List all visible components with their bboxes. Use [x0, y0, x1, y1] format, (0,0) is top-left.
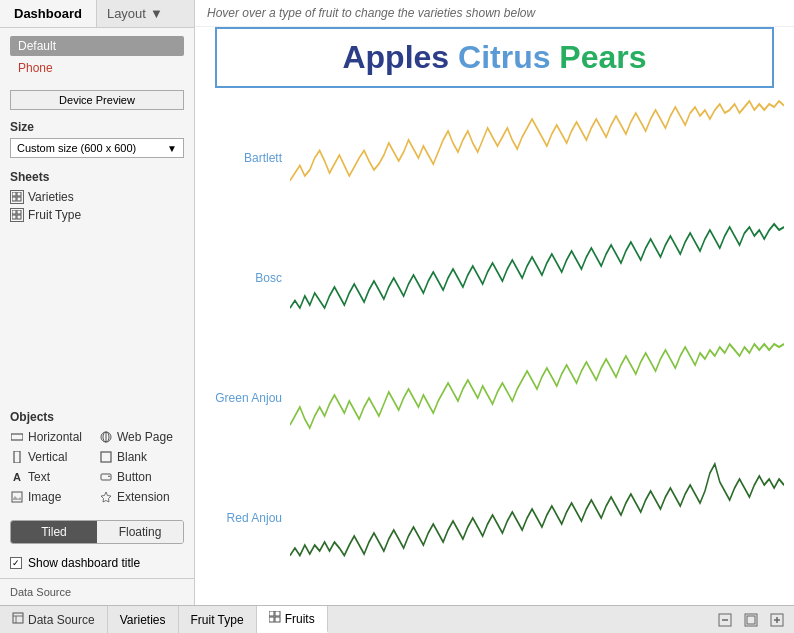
button-icon — [99, 470, 113, 484]
chart-rows: Bartlett Bosc Green Anjou — [195, 98, 794, 578]
sheet-item-varieties[interactable]: Varieties — [10, 188, 184, 206]
text-label: Text — [28, 470, 50, 484]
fruit-type-label: Fruit Type — [28, 208, 81, 222]
blank-label: Blank — [117, 450, 147, 464]
sidebar-tab-bar: Dashboard Layout ▼ — [0, 0, 194, 28]
bottom-tab-varieties[interactable]: Varieties — [108, 606, 179, 633]
object-horizontal[interactable]: Horizontal — [10, 428, 95, 446]
bottom-actions — [708, 609, 794, 631]
extension-icon — [99, 490, 113, 504]
svg-rect-6 — [12, 215, 16, 219]
object-webpage[interactable]: Web Page — [99, 428, 184, 446]
zoom-out-button[interactable] — [714, 609, 736, 631]
show-title-row[interactable]: ✓ Show dashboard title — [0, 552, 194, 574]
svg-rect-3 — [17, 197, 21, 201]
vertical-label: Vertical — [28, 450, 67, 464]
object-blank[interactable]: Blank — [99, 448, 184, 466]
datasource-icon — [12, 612, 24, 627]
device-preview-button[interactable]: Device Preview — [10, 90, 184, 110]
tiled-floating-toggle: Tiled Floating — [10, 520, 184, 544]
varieties-tab-label: Varieties — [120, 613, 166, 627]
extension-label: Extension — [117, 490, 170, 504]
data-source-label: Data Source — [10, 586, 71, 598]
red-anjou-label: Red Anjou — [205, 511, 290, 525]
svg-rect-18 — [13, 613, 23, 623]
svg-rect-28 — [747, 616, 755, 624]
webpage-icon — [99, 430, 113, 444]
green-anjou-label: Green Anjou — [205, 391, 290, 405]
objects-grid: Horizontal Web Page Vertical — [10, 428, 184, 506]
bottom-tab-fruits[interactable]: Fruits — [257, 606, 328, 633]
datasource-label: Data Source — [28, 613, 95, 627]
bottom-tab-datasource[interactable]: Data Source — [0, 606, 108, 633]
varieties-icon — [10, 190, 24, 204]
show-title-checkbox[interactable]: ✓ — [10, 557, 22, 569]
objects-section: Objects Horizontal Web Page — [0, 404, 194, 512]
chart-row-bartlett: Bartlett — [205, 98, 784, 218]
chart-title-box: Apples Citrus Pears — [215, 27, 774, 88]
svg-rect-22 — [275, 611, 280, 616]
fruit-type-tab-label: Fruit Type — [191, 613, 244, 627]
zoom-in-button[interactable] — [766, 609, 788, 631]
object-extension[interactable]: Extension — [99, 488, 184, 506]
sheet-item-fruit-type[interactable]: Fruit Type — [10, 206, 184, 224]
text-object-icon: A — [10, 470, 24, 484]
svg-rect-0 — [12, 192, 16, 196]
fruit-type-icon — [10, 208, 24, 222]
chart-hint: Hover over a type of fruit to change the… — [195, 0, 794, 27]
phone-item[interactable]: Phone — [10, 58, 184, 78]
horizontal-icon — [10, 430, 24, 444]
object-button[interactable]: Button — [99, 468, 184, 486]
object-text[interactable]: A Text — [10, 468, 95, 486]
size-section: Size Custom size (600 x 600) ▼ — [0, 114, 194, 164]
image-icon — [10, 490, 24, 504]
chart-title: Apples Citrus Pears — [342, 39, 646, 75]
svg-marker-15 — [108, 475, 110, 477]
object-vertical[interactable]: Vertical — [10, 448, 95, 466]
title-citrus: Citrus — [458, 39, 550, 75]
button-label: Button — [117, 470, 152, 484]
svg-rect-7 — [17, 215, 21, 219]
show-title-label: Show dashboard title — [28, 556, 140, 570]
tiled-button[interactable]: Tiled — [11, 521, 97, 543]
zoom-fit-button[interactable] — [740, 609, 762, 631]
tab-dashboard[interactable]: Dashboard — [0, 0, 97, 27]
svg-rect-2 — [12, 197, 16, 201]
svg-rect-1 — [17, 192, 21, 196]
sheets-section: Sheets Varieties Fruit Type — [0, 164, 194, 230]
tab-layout-label: Layout — [107, 6, 146, 21]
data-source-section: Data Source — [0, 578, 194, 605]
bosc-label: Bosc — [205, 271, 290, 285]
chart-row-red-anjou: Red Anjou — [205, 458, 784, 578]
svg-rect-23 — [269, 617, 274, 622]
bottom-tab-fruit-type[interactable]: Fruit Type — [179, 606, 257, 633]
svg-rect-12 — [14, 451, 20, 463]
svg-rect-5 — [17, 210, 21, 214]
red-anjou-chart — [290, 458, 784, 578]
image-label: Image — [28, 490, 61, 504]
title-apples: Apples — [342, 39, 449, 75]
svg-rect-4 — [12, 210, 16, 214]
svg-rect-16 — [12, 492, 22, 502]
main-area: Dashboard Layout ▼ Default Phone Device … — [0, 0, 794, 605]
green-anjou-chart — [290, 338, 784, 458]
blank-icon — [99, 450, 113, 464]
tab-layout[interactable]: Layout ▼ — [97, 0, 173, 27]
horizontal-label: Horizontal — [28, 430, 82, 444]
device-section: Default Phone — [0, 28, 194, 86]
svg-marker-17 — [12, 496, 22, 500]
bartlett-label: Bartlett — [205, 151, 290, 165]
size-value: Custom size (600 x 600) — [17, 142, 136, 154]
svg-rect-24 — [275, 617, 280, 622]
bartlett-chart — [290, 98, 784, 218]
varieties-label: Varieties — [28, 190, 74, 204]
object-image[interactable]: Image — [10, 488, 95, 506]
bottom-bar: Data Source Varieties Fruit Type Fruits — [0, 605, 794, 633]
floating-button[interactable]: Floating — [97, 521, 183, 543]
size-select[interactable]: Custom size (600 x 600) ▼ — [10, 138, 184, 158]
layout-arrow-icon: ▼ — [150, 6, 163, 21]
fruits-tab-label: Fruits — [285, 612, 315, 626]
svg-rect-13 — [101, 452, 111, 462]
default-item[interactable]: Default — [10, 36, 184, 56]
sheets-label: Sheets — [10, 170, 184, 184]
